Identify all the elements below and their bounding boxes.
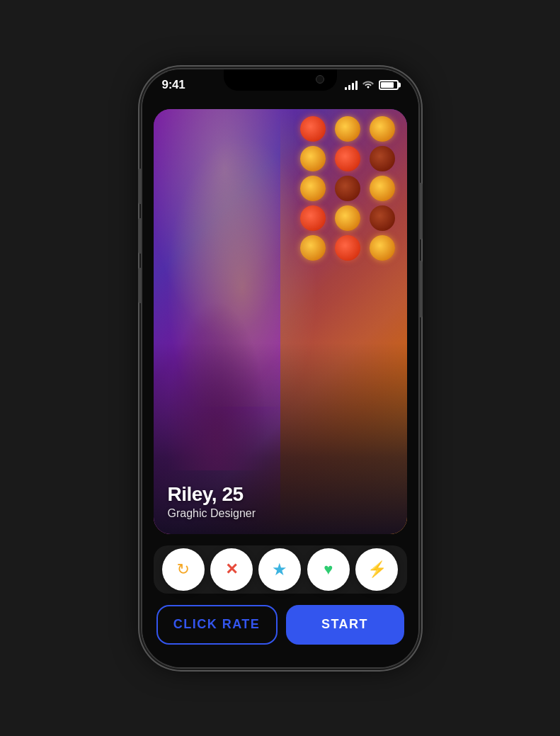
wifi-icon [362,79,375,91]
status-icons [345,79,399,91]
profile-card[interactable]: Riley, 25 Graghic Designer [154,109,407,534]
dislike-button[interactable]: ✕ [210,548,253,591]
click-rate-button[interactable]: CLICK RATE [156,605,278,645]
phone-frame: 9:41 [142,69,418,667]
start-button[interactable]: START [286,605,404,645]
like-button[interactable]: ♥ [307,548,350,591]
boost-button[interactable]: ⚡ [355,548,398,591]
screen: 9:41 [142,69,418,667]
notch [224,69,337,91]
phone-wrapper: 9:41 [0,0,560,736]
profile-job: Graghic Designer [168,507,393,520]
main-content: Riley, 25 Graghic Designer ↺ ✕ ★ [142,101,418,667]
bottom-buttons: CLICK RATE START [154,605,407,645]
battery-icon [379,80,399,90]
profile-info: Riley, 25 Graghic Designer [154,472,407,534]
undo-button[interactable]: ↺ [162,548,205,591]
action-buttons-row: ↺ ✕ ★ ♥ ⚡ [154,545,407,594]
profile-name: Riley, 25 [168,483,393,506]
signal-icon [345,80,358,90]
profile-image [154,109,407,534]
superlike-button[interactable]: ★ [258,548,301,591]
status-time: 9:41 [162,78,185,92]
